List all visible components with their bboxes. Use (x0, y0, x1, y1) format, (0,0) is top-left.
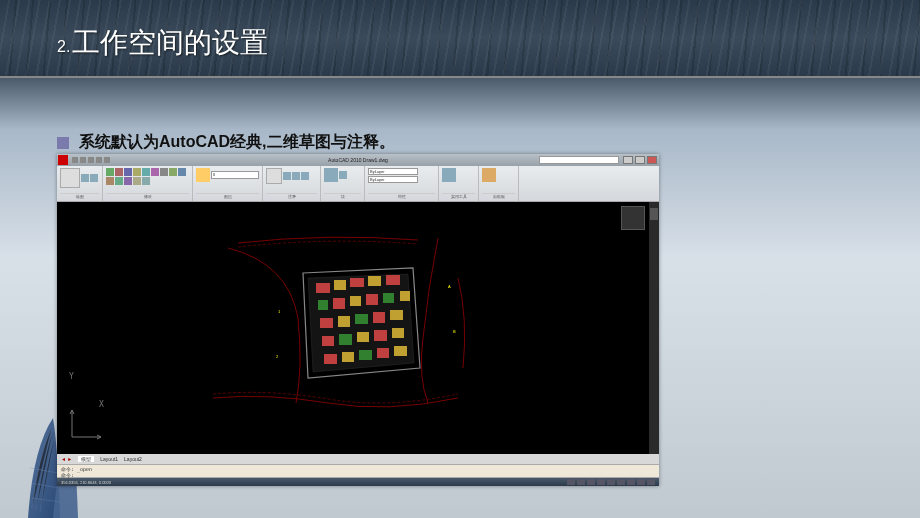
status-toggle[interactable] (637, 479, 645, 485)
svg-text:2: 2 (276, 354, 279, 359)
slide-number: 2. (57, 38, 70, 55)
command-line[interactable]: 命令: _open 命令: (57, 464, 659, 478)
line-tool-icon[interactable] (60, 168, 80, 188)
search-input[interactable] (539, 156, 619, 164)
svg-text:A: A (448, 284, 451, 289)
svg-rect-24 (377, 348, 389, 358)
bylayer-dropdown[interactable]: ByLayer (368, 168, 418, 175)
tool-icon[interactable] (142, 177, 150, 185)
svg-rect-2 (350, 278, 364, 287)
status-toggle[interactable] (627, 479, 635, 485)
coords: 356.0356, 210.8643, 0.0000 (61, 480, 111, 485)
ucs-x-label: X (99, 400, 104, 409)
tool-icon[interactable] (124, 177, 132, 185)
panel-label: 注释 (266, 193, 317, 199)
tool-icon[interactable] (106, 177, 114, 185)
close-button[interactable] (647, 156, 657, 164)
ucs-y-label: Y (69, 372, 74, 381)
vertical-scrollbar[interactable] (649, 202, 659, 454)
paste-icon[interactable] (482, 168, 496, 182)
panel-label: 剪贴板 (482, 193, 515, 199)
svg-rect-19 (374, 330, 387, 341)
svg-rect-9 (383, 293, 394, 303)
svg-rect-22 (342, 352, 354, 362)
tool-icon[interactable] (90, 174, 98, 182)
qat-btn[interactable] (88, 157, 94, 163)
svg-text:1: 1 (278, 309, 281, 314)
titlebar: AutoCAD 2010 Draw1.dwg (57, 154, 659, 166)
tab-layout2[interactable]: Layout2 (124, 456, 142, 462)
tool-icon[interactable] (151, 168, 159, 176)
bylayer-dropdown[interactable]: ByLayer (368, 176, 418, 183)
svg-rect-3 (368, 276, 381, 286)
tool-icon[interactable] (115, 168, 123, 176)
tool-icon[interactable] (292, 172, 300, 180)
svg-rect-0 (316, 283, 330, 293)
tool-icon[interactable] (115, 177, 123, 185)
svg-rect-4 (386, 275, 400, 285)
status-toggle[interactable] (647, 479, 655, 485)
scroll-thumb[interactable] (650, 208, 658, 220)
bullet-square-icon (57, 137, 69, 149)
ribbon: 绘图 修改 0 图层 注释 块 ByLayer ByLayer 特性 (57, 166, 659, 202)
ribbon-panel-clipboard: 剪贴板 (479, 166, 519, 201)
tool-icon[interactable] (142, 168, 150, 176)
tool-icon[interactable] (169, 168, 177, 176)
title-band: 2.工作空间的设置 (0, 0, 920, 78)
svg-rect-12 (338, 316, 350, 327)
minimize-button[interactable] (623, 156, 633, 164)
drawing-canvas[interactable]: A B 1 2 Y X (57, 202, 659, 454)
tool-icon[interactable] (339, 171, 347, 179)
layer-icon[interactable] (196, 168, 210, 182)
layer-dropdown[interactable]: 0 (211, 171, 259, 179)
status-toggle[interactable] (577, 479, 585, 485)
tool-icon[interactable] (133, 168, 141, 176)
tool-icon[interactable] (133, 177, 141, 185)
status-toggle[interactable] (617, 479, 625, 485)
status-toggle[interactable] (597, 479, 605, 485)
slide-title-text: 工作空间的设置 (72, 27, 268, 58)
status-toggles (567, 479, 655, 485)
status-bar: 356.0356, 210.8643, 0.0000 (57, 478, 659, 486)
qat-btn[interactable] (72, 157, 78, 163)
ribbon-panel-layers: 0 图层 (193, 166, 263, 201)
block-tool-icon[interactable] (324, 168, 338, 182)
ribbon-panel-utilities: 实用工具 (439, 166, 479, 201)
maximize-button[interactable] (635, 156, 645, 164)
viewcube[interactable] (621, 206, 645, 230)
tab-layout1[interactable]: Layout1 (100, 456, 118, 462)
text-tool-icon[interactable] (266, 168, 282, 184)
ribbon-panel-properties: ByLayer ByLayer 特性 (365, 166, 439, 201)
app-logo-icon (58, 155, 68, 165)
tab-model[interactable]: 模型 (78, 456, 94, 462)
measure-icon[interactable] (442, 168, 456, 182)
svg-rect-8 (366, 294, 378, 305)
panel-label: 特性 (368, 193, 435, 199)
tool-icon[interactable] (283, 172, 291, 180)
qat-btn[interactable] (104, 157, 110, 163)
tool-icon[interactable] (301, 172, 309, 180)
ucs-icon: Y X (67, 402, 107, 444)
svg-rect-18 (357, 332, 369, 342)
panel-label: 图层 (196, 193, 259, 199)
tool-icon[interactable] (106, 168, 114, 176)
svg-rect-14 (373, 312, 385, 323)
status-toggle[interactable] (567, 479, 575, 485)
status-toggle[interactable] (587, 479, 595, 485)
qat-btn[interactable] (80, 157, 86, 163)
svg-rect-11 (320, 318, 333, 328)
svg-rect-1 (334, 280, 346, 290)
tool-icon[interactable] (178, 168, 186, 176)
panel-label: 实用工具 (442, 193, 475, 199)
svg-text:B: B (453, 329, 456, 334)
tool-icon[interactable] (124, 168, 132, 176)
qat-btn[interactable] (96, 157, 102, 163)
panel-label: 块 (324, 193, 361, 199)
svg-rect-16 (322, 336, 334, 346)
window-controls (623, 156, 657, 164)
tool-icon[interactable] (81, 174, 89, 182)
tool-icon[interactable] (160, 168, 168, 176)
svg-rect-15 (390, 310, 403, 320)
status-toggle[interactable] (607, 479, 615, 485)
panel-label: 绘图 (60, 193, 99, 199)
